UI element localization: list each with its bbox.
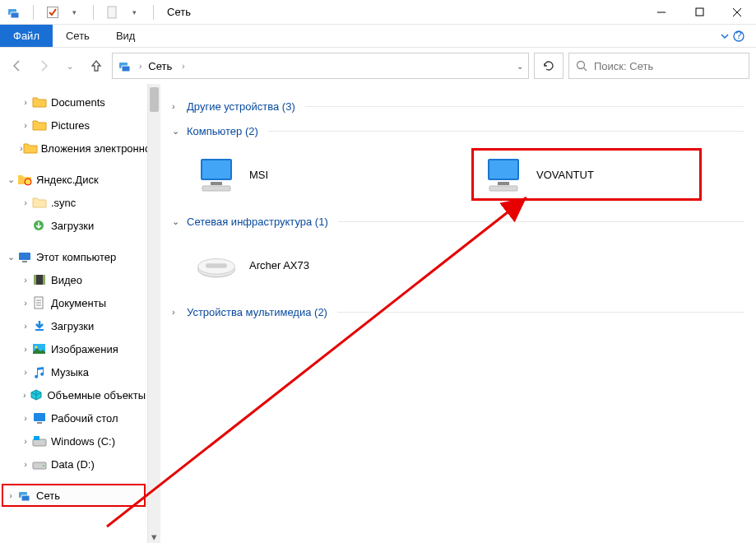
folder-icon xyxy=(31,118,48,132)
tab-file[interactable]: Файл xyxy=(0,25,53,47)
chevron-right-icon[interactable]: › xyxy=(139,62,141,71)
back-button[interactable] xyxy=(10,58,25,73)
svg-rect-11 xyxy=(122,66,130,72)
network-icon xyxy=(118,59,132,72)
svg-rect-42 xyxy=(498,182,509,185)
twisty-icon[interactable]: › xyxy=(20,436,31,446)
svg-rect-1 xyxy=(11,12,19,18)
chevron-right-icon[interactable]: › xyxy=(172,307,182,317)
group-header[interactable]: ›Устройства мультимедиа (2) xyxy=(172,301,744,323)
twisty-icon[interactable]: › xyxy=(20,298,31,308)
twisty-icon[interactable]: ⌄ xyxy=(5,174,16,185)
group-header[interactable]: ⌄Сетевая инфраструктура (1) xyxy=(172,211,744,232)
twisty-icon[interactable]: › xyxy=(20,459,31,469)
scrollbar[interactable]: ▴ ▾ xyxy=(147,84,160,543)
address-bar[interactable]: › Сеть› ⌄ xyxy=(112,53,529,79)
tree-item-label: Загрузки xyxy=(51,220,94,232)
twisty-icon[interactable]: › xyxy=(20,120,31,130)
tree-item--sync[interactable]: ›.sync xyxy=(2,191,160,214)
help-icon[interactable]: ? xyxy=(733,30,744,42)
twisty-icon[interactable]: › xyxy=(20,413,31,423)
device-item[interactable]: VOVANTUT xyxy=(471,148,702,201)
svg-rect-28 xyxy=(34,413,45,421)
refresh-button[interactable] xyxy=(534,53,564,79)
twisty-icon[interactable]: › xyxy=(20,197,31,207)
minimize-button[interactable] xyxy=(642,0,680,25)
tree-item-label: Объемные объекты xyxy=(47,389,146,401)
dropdown-icon[interactable]: ▾ xyxy=(127,5,141,20)
tree-item-label: Documents xyxy=(51,96,105,109)
group-title: Компьютер (2) xyxy=(187,125,258,137)
device-item[interactable]: MSI xyxy=(192,148,422,201)
svg-rect-16 xyxy=(19,253,30,260)
content-area: ›Другие устройства (3)⌄Компьютер (2)MSIV… xyxy=(160,84,756,543)
device-label: Archer AX73 xyxy=(249,259,309,272)
tree-item-label: Изображения xyxy=(51,343,118,355)
device-item[interactable]: Archer AX73 xyxy=(192,239,422,291)
properties-icon[interactable] xyxy=(45,5,60,20)
svg-rect-39 xyxy=(202,186,230,191)
close-button[interactable] xyxy=(718,0,756,25)
recent-dropdown[interactable]: ⌄ xyxy=(63,58,77,73)
window-controls xyxy=(642,0,756,25)
tree-item-объемные-объекты[interactable]: ›Объемные объекты xyxy=(2,383,160,406)
chevron-down-icon[interactable]: ⌄ xyxy=(172,216,182,227)
music-icon xyxy=(31,365,48,378)
tab-view[interactable]: Вид xyxy=(103,25,149,47)
tree-item-изображения[interactable]: ›Изображения xyxy=(2,337,160,360)
search-icon xyxy=(576,60,587,72)
tree-item-pictures[interactable]: ›Pictures xyxy=(2,114,160,137)
forward-button[interactable] xyxy=(36,58,51,73)
breadcrumb-item[interactable]: Сеть› xyxy=(148,60,184,72)
twisty-icon[interactable]: › xyxy=(20,367,31,377)
ribbon-expand[interactable]: ? xyxy=(720,25,756,47)
tree-item-windows-c-[interactable]: ›Windows (C:) xyxy=(2,429,160,452)
twisty-icon[interactable]: › xyxy=(20,344,31,354)
device-label: VOVANTUT xyxy=(536,169,594,181)
tree-item-яндекс-диск[interactable]: ⌄Яндекс.Диск xyxy=(2,168,160,191)
svg-line-7 xyxy=(733,8,741,16)
tree-item-data-d-[interactable]: ›Data (D:) xyxy=(2,452,160,476)
computer-icon xyxy=(482,155,525,194)
maximize-button[interactable] xyxy=(680,0,718,25)
twisty-icon[interactable]: ⌄ xyxy=(5,252,16,262)
address-row: ⌄ › Сеть› ⌄ Поиск: Сеть xyxy=(0,48,756,84)
twisty-icon[interactable]: › xyxy=(20,390,29,400)
tab-network[interactable]: Сеть xyxy=(53,25,103,47)
titlebar: ▾ ▾ Сеть xyxy=(0,0,756,25)
search-input[interactable]: Поиск: Сеть xyxy=(568,53,749,79)
scroll-down-icon[interactable]: ▾ xyxy=(148,530,160,543)
twisty-icon[interactable]: › xyxy=(20,97,31,107)
twisty-icon[interactable]: › xyxy=(20,321,31,331)
tree-item-label: Windows (C:) xyxy=(51,435,115,448)
tree-item-этот-компьютер[interactable]: ⌄Этот компьютер xyxy=(2,245,160,268)
group-items: Archer AX73 xyxy=(172,232,744,298)
chevron-down-icon[interactable]: ⌄ xyxy=(172,126,182,137)
scroll-thumb[interactable] xyxy=(150,87,159,112)
qat-dropdown-icon[interactable]: ▾ xyxy=(67,5,81,20)
tree-item-documents[interactable]: ›Documents xyxy=(2,90,160,114)
address-dropdown[interactable]: ⌄ xyxy=(517,62,523,71)
twisty-icon[interactable]: › xyxy=(20,275,31,285)
network-icon xyxy=(7,5,21,20)
separator xyxy=(268,131,744,132)
tree-item-вложения-электронной-почты[interactable]: ›Вложения электронной почты xyxy=(2,137,160,160)
tree-item-label: Документы xyxy=(51,297,106,309)
svg-rect-29 xyxy=(37,422,42,424)
svg-rect-46 xyxy=(206,263,227,268)
tree-item-сеть[interactable]: ›Сеть xyxy=(2,484,146,507)
up-button[interactable] xyxy=(89,58,104,73)
chevron-right-icon[interactable]: › xyxy=(172,101,182,111)
tree-item-загрузки[interactable]: ›Загрузки xyxy=(2,314,160,337)
tree-item-label: Музыка xyxy=(51,366,89,378)
tree-item-label: Загрузки xyxy=(51,320,94,332)
tree-item-видео[interactable]: ›Видео xyxy=(2,268,160,291)
tree-item-музыка[interactable]: ›Музыка xyxy=(2,360,160,383)
group-header[interactable]: ›Другие устройства (3) xyxy=(172,95,744,117)
tree-item-рабочий-стол[interactable]: ›Рабочий стол xyxy=(2,406,160,429)
tree-item-документы[interactable]: ›Документы xyxy=(2,291,160,314)
separator xyxy=(93,5,94,20)
group-header[interactable]: ⌄Компьютер (2) xyxy=(172,120,744,142)
tree-item-загрузки[interactable]: ›Загрузки xyxy=(2,214,160,237)
twisty-icon[interactable]: › xyxy=(5,490,16,500)
